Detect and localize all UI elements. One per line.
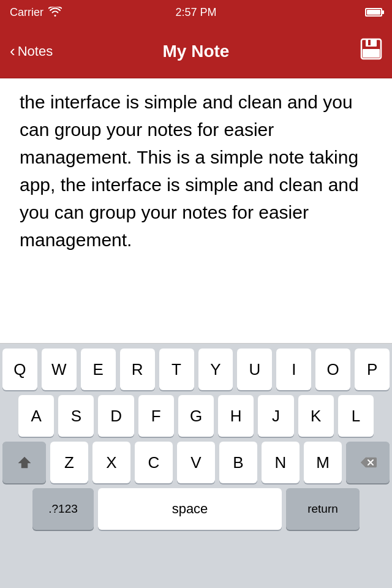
key-d[interactable]: D (98, 395, 134, 437)
svg-rect-1 (366, 39, 377, 47)
back-label: Notes (18, 43, 53, 59)
save-icon (360, 38, 382, 64)
key-t[interactable]: T (159, 349, 194, 390)
key-g[interactable]: G (178, 395, 214, 437)
key-a[interactable]: A (18, 395, 54, 437)
key-n[interactable]: N (262, 442, 300, 483)
shift-key[interactable] (2, 442, 46, 483)
svg-rect-2 (368, 40, 371, 45)
keyboard-row-4: .?123 space return (2, 488, 390, 530)
key-r[interactable]: R (120, 349, 155, 390)
back-button[interactable]: ‹ Notes (10, 43, 53, 59)
key-x[interactable]: X (92, 442, 130, 483)
numbers-key[interactable]: .?123 (32, 488, 94, 530)
key-p[interactable]: P (355, 349, 390, 390)
key-i[interactable]: I (276, 349, 311, 390)
status-bar: Carrier 2:57 PM (0, 0, 392, 24)
nav-bar: ‹ Notes My Note (0, 24, 392, 78)
note-content[interactable]: the interface is simple and clean and yo… (0, 78, 392, 343)
page-title: My Note (163, 42, 230, 61)
chevron-left-icon: ‹ (10, 43, 15, 59)
key-j[interactable]: J (258, 395, 293, 437)
keyboard-row-1: Q W E R T Y U I O P (2, 349, 390, 390)
key-e[interactable]: E (81, 349, 116, 390)
key-k[interactable]: K (298, 395, 334, 437)
status-left: Carrier (10, 6, 62, 20)
battery-icon (365, 8, 382, 17)
key-u[interactable]: U (237, 349, 272, 390)
keyboard-row-2: A S D F G H J K L (2, 395, 390, 437)
key-z[interactable]: Z (50, 442, 88, 483)
keyboard-row-3: Z X C V B N M (2, 442, 390, 483)
status-time: 2:57 PM (175, 6, 216, 19)
note-text: the interface is simple and clean and yo… (20, 88, 372, 254)
key-b[interactable]: B (219, 442, 257, 483)
carrier-label: Carrier (10, 6, 43, 19)
key-f[interactable]: F (138, 395, 174, 437)
key-h[interactable]: H (218, 395, 254, 437)
wifi-icon (48, 6, 62, 20)
save-button[interactable] (360, 38, 382, 64)
key-o[interactable]: O (315, 349, 350, 390)
return-key[interactable]: return (286, 488, 360, 530)
key-s[interactable]: S (58, 395, 94, 437)
status-right (365, 8, 382, 17)
backspace-key[interactable] (346, 442, 390, 483)
keyboard: Q W E R T Y U I O P A S D F G H J K L Z … (0, 344, 392, 588)
key-l[interactable]: L (338, 395, 374, 437)
key-m[interactable]: M (304, 442, 342, 483)
svg-rect-3 (363, 49, 380, 58)
key-c[interactable]: C (135, 442, 173, 483)
space-key[interactable]: space (98, 488, 282, 530)
key-q[interactable]: Q (2, 349, 37, 390)
key-y[interactable]: Y (198, 349, 233, 390)
key-w[interactable]: W (42, 349, 77, 390)
key-v[interactable]: V (177, 442, 215, 483)
